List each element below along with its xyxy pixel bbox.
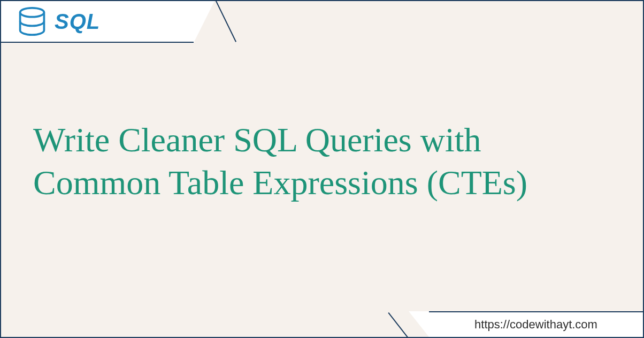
- database-icon: [17, 6, 47, 36]
- page-title: Write Cleaner SQL Queries with Common Ta…: [33, 119, 611, 204]
- logo-tab: SQL: [1, 1, 194, 43]
- footer-url: https://codewithayt.com: [474, 318, 597, 332]
- logo-text: SQL: [55, 10, 100, 34]
- footer-tab: https://codewithayt.com: [429, 311, 643, 337]
- svg-point-0: [20, 8, 44, 17]
